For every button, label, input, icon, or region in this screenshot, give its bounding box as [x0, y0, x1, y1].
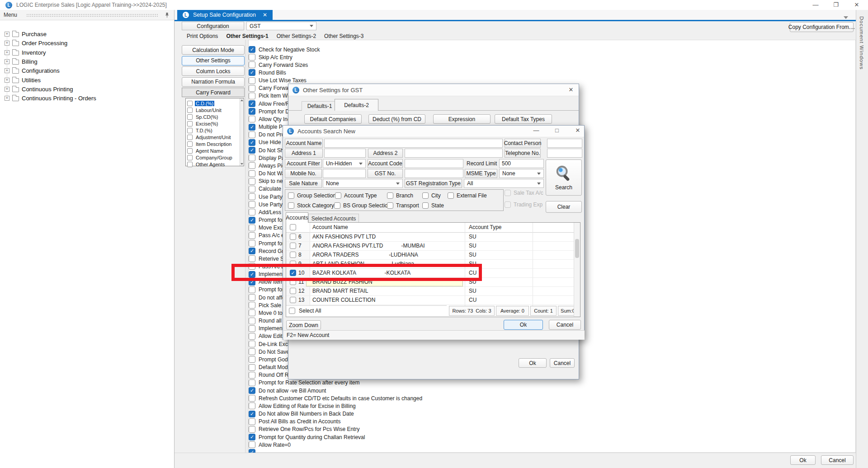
setting-item-post-all-bills-as-credit-in-accounts[interactable]: Post All Bills as Credit in Accounts — [249, 418, 601, 426]
setting-item-prompt-for-quantity-during-challan-retrieval[interactable]: Prompt for Quantity during Challan Retri… — [249, 433, 601, 441]
gst-dialog-close-icon[interactable]: ✕ — [566, 86, 576, 93]
checkbox-unchecked-icon[interactable] — [249, 402, 255, 409]
checkbox-unchecked-icon[interactable] — [249, 395, 255, 402]
account-row-9[interactable]: 9ART LAND FASHION -LudhianaSU — [286, 260, 574, 269]
checkbox-unchecked-icon[interactable] — [249, 309, 255, 316]
carry-item-c-d[interactable]: C.D.(%) — [187, 100, 239, 107]
tab-overflow-chevron-icon[interactable] — [844, 16, 848, 19]
carry-item-company-group[interactable]: Company/Group — [187, 154, 239, 161]
gst-cancel-button[interactable]: Cancel — [550, 358, 575, 368]
checkbox-unchecked-icon[interactable] — [290, 297, 296, 303]
account-name-cell[interactable]: ANORA FASHIONS PVT.LTD -MUMBAI — [312, 243, 425, 249]
account-name-cell[interactable]: COUNTER COLLECTION — [312, 297, 375, 303]
checkbox-unchecked-icon[interactable] — [249, 85, 255, 92]
tab-selected-accounts[interactable]: Selected Accounts — [308, 214, 359, 223]
carry-forward-button[interactable]: Carry Forward — [182, 88, 245, 97]
accounts-cancel-button[interactable]: Cancel — [549, 320, 581, 330]
sidebar-item-utilities[interactable]: +Utilities — [5, 76, 167, 84]
checkbox-checked-icon[interactable] — [249, 449, 255, 453]
account-row-13[interactable]: 13COUNTER COLLECTIONCU — [286, 296, 574, 305]
window-minimize-button[interactable]: — — [811, 1, 821, 8]
checkbox-checked-icon[interactable] — [249, 69, 255, 76]
scroll-up-icon[interactable] — [241, 99, 243, 101]
account-name-input[interactable] — [324, 139, 503, 148]
checkbox-unchecked-icon[interactable] — [290, 234, 296, 240]
tab-other-settings-1[interactable]: Other Settings-1 — [222, 32, 272, 40]
checkbox-checked-icon[interactable] — [249, 139, 255, 146]
checkbox-checked-icon[interactable] — [249, 387, 255, 394]
checkbox-unchecked-icon[interactable] — [249, 333, 255, 340]
checkbox-unchecked-icon[interactable] — [249, 193, 255, 200]
filter-city-checkbox[interactable]: City — [422, 192, 441, 199]
checkbox-unchecked-icon[interactable] — [334, 202, 340, 209]
checkbox-unchecked-icon[interactable] — [249, 170, 255, 177]
tab-accounts[interactable]: Accounts — [286, 212, 308, 223]
checkbox-checked-icon[interactable] — [249, 271, 255, 278]
account-type-cell[interactable]: CU — [469, 297, 476, 303]
filter-branch-checkbox[interactable]: Branch — [387, 192, 413, 199]
telephone-input[interactable] — [547, 149, 582, 158]
sidebar-item-billing[interactable]: +Billing — [5, 57, 167, 66]
scroll-down-icon[interactable] — [241, 163, 243, 165]
tree-expander-icon[interactable]: + — [5, 32, 9, 37]
checkbox-unchecked-icon[interactable] — [187, 155, 193, 160]
checkbox-unchecked-icon[interactable] — [290, 288, 296, 294]
account-name-cell[interactable]: BAZAR KOLKATA -KOLKATA — [312, 270, 410, 276]
carry-item-sp-cd[interactable]: Sp.CD(%) — [187, 113, 239, 120]
checkbox-unchecked-icon[interactable] — [289, 308, 295, 314]
tab-other-settings-3[interactable]: Other Settings-3 — [320, 32, 368, 40]
accounts-dialog-minimize-icon[interactable]: — — [531, 127, 541, 134]
checkbox-unchecked-icon[interactable] — [249, 302, 255, 309]
column-header-account-type[interactable]: Account Type — [469, 224, 502, 230]
checkbox-unchecked-icon[interactable] — [249, 356, 255, 363]
calculation-mode-button[interactable]: Calculation Mode — [182, 45, 245, 55]
checkbox-checked-icon[interactable] — [249, 411, 255, 417]
sidebar-item-purchase[interactable]: +Purchase — [5, 30, 167, 38]
carry-item-adjustment-unit[interactable]: Adjustment/Unit — [187, 134, 239, 140]
accounts-dialog-close-icon[interactable]: ✕ — [573, 127, 583, 134]
tree-expander-icon[interactable]: + — [5, 50, 9, 55]
checkbox-unchecked-icon[interactable] — [249, 294, 255, 301]
setting-item-check-for-negative-stock[interactable]: Check for Negative Stock — [249, 46, 601, 53]
setting-item-do-not-allow-bill-numbers-in-back-date[interactable]: Do Not allow Bill Numbers in Back Date — [249, 410, 601, 418]
checkbox-unchecked-icon[interactable] — [249, 263, 255, 270]
checkbox-unchecked-icon[interactable] — [290, 224, 296, 230]
setting-item-allow-rate-0[interactable]: Allow Rate=0 — [249, 441, 601, 449]
tab-defaults-1[interactable]: Defaults-1 — [302, 101, 338, 111]
tab-close-icon[interactable]: ✕ — [263, 12, 267, 18]
carry-item-item-description[interactable]: Item Description — [187, 140, 239, 147]
tree-expander-icon[interactable]: + — [5, 96, 9, 101]
account-name-cell[interactable]: ARORA TRADERS -LUDHIANA — [312, 252, 418, 258]
carry-item-t-d[interactable]: T.D.(%) — [187, 127, 239, 134]
checkbox-unchecked-icon[interactable] — [249, 54, 255, 61]
carry-list-scrollbar[interactable] — [240, 98, 244, 166]
checkbox-unchecked-icon[interactable] — [249, 131, 255, 138]
gst-ok-button[interactable]: Ok — [519, 358, 547, 368]
filter-transport-checkbox[interactable]: Transport — [387, 202, 419, 209]
account-type-cell[interactable]: SU — [469, 279, 476, 285]
account-type-cell[interactable]: SU — [469, 261, 476, 267]
checkbox-unchecked-icon[interactable] — [249, 426, 255, 433]
record-limit-input[interactable]: 500 — [499, 159, 544, 168]
tree-expander-icon[interactable]: + — [5, 59, 9, 64]
tab-defaults-2[interactable]: Defaults-2 — [335, 99, 378, 111]
zoom-down-button[interactable]: Zoom Down — [286, 320, 321, 330]
checkbox-unchecked-icon[interactable] — [187, 141, 193, 147]
checkbox-unchecked-icon[interactable] — [422, 202, 429, 209]
clear-button[interactable]: Clear — [546, 201, 582, 213]
sidebar-item-continuous-printing[interactable]: +Continuous Printing — [5, 85, 167, 94]
setting-item-retrieve-one-row-pcs-for-pcs-wise-entry[interactable]: Retrieve One Row/Pcs for Pcs Wise Entry — [249, 426, 601, 433]
contact-person-input[interactable] — [547, 139, 582, 148]
account-name-cell[interactable]: BRAND MART RETAIL — [312, 288, 368, 294]
carry-item-other-agents[interactable]: Other Agents — [187, 161, 239, 168]
checkbox-unchecked-icon[interactable] — [290, 261, 296, 267]
checkbox-unchecked-icon[interactable] — [249, 77, 255, 84]
default-companies-button[interactable]: Default Companies — [304, 114, 362, 124]
checkbox-unchecked-icon[interactable] — [249, 372, 255, 379]
checkbox-unchecked-icon[interactable] — [249, 201, 255, 208]
checkbox-unchecked-icon[interactable] — [249, 325, 255, 332]
checkbox-unchecked-icon[interactable] — [249, 364, 255, 371]
checkbox-checked-icon[interactable] — [249, 217, 255, 224]
account-type-cell[interactable]: SU — [469, 288, 476, 294]
account-code-input[interactable] — [405, 159, 463, 168]
